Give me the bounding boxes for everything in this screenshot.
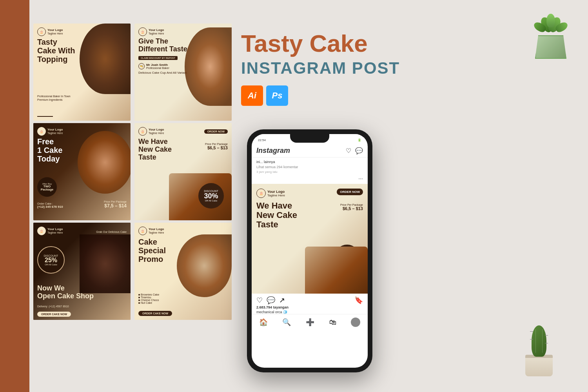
phone-notch <box>290 134 329 143</box>
nav-add-icon[interactable]: ➕ <box>306 318 314 327</box>
software-badges: Ai Ps <box>241 85 468 106</box>
instagram-header-icons: ♡ 💬 <box>346 147 363 154</box>
post1-tagline: Tagline Here <box>47 32 63 35</box>
phone-post-inner: 🎂 Your Logo Tagline Here ORDER NOW We Ha… <box>252 184 368 294</box>
instagram-logo: Instagram <box>256 147 290 155</box>
phone-post-title: We Have New Cake Taste <box>256 201 303 230</box>
post4-logo-name: Your Logo <box>149 128 164 132</box>
post4-title: We Have New Cake Taste <box>138 138 181 161</box>
post1-title: Tasty Cake With Topping <box>37 38 127 64</box>
plant-bottom-right <box>514 318 564 376</box>
post2-baker-icon: 👨‍🍳 <box>138 63 145 69</box>
phone-views: 2.683.794 tayangan <box>252 305 368 310</box>
post2-cta: CLAIM DISCOUNT BY REPOST <box>138 56 178 60</box>
ps-badge: Ps <box>266 85 288 106</box>
nav-profile-icon[interactable] <box>351 318 360 327</box>
nav-home-icon[interactable]: 🏠 <box>259 318 268 327</box>
cactus-pot <box>525 355 553 376</box>
comment-icon[interactable]: 💬 <box>267 296 275 305</box>
post4-logo-icon: 🎂 <box>138 127 147 136</box>
post5-tagline: Tagline Here <box>47 231 63 234</box>
plant-top-right <box>525 8 576 59</box>
post-card-6: 🎂 Your Logo Tagline Here Cake Special Pr… <box>134 223 232 320</box>
ig-comment-section: ini... lainnya Lihat semua 294 komentar … <box>252 158 368 184</box>
phone-time: 22:54 <box>258 138 266 142</box>
phone-post-card: 🎂 Your Logo Tagline Here ORDER NOW We Ha… <box>252 184 368 294</box>
phone-username: mechanical orca 🧊 <box>252 310 368 314</box>
phone-inner: 22:54 0,3K 🔋 Instagram ♡ 💬 ini... lainny… <box>252 134 368 368</box>
post3-logo-icon: 🎂 <box>37 127 46 136</box>
post3-bottom: After Buy TWO Package <box>37 177 57 197</box>
ig-more-options[interactable]: ··· <box>256 175 363 181</box>
phone-battery: 🔋 <box>358 138 361 142</box>
post4-price-area: Price Per Package $6,5 – $13 <box>205 143 228 150</box>
heart-icon[interactable]: ♡ <box>346 147 351 154</box>
post2-cake-img <box>185 27 232 106</box>
post3-package-badge: After Buy TWO Package <box>37 177 57 197</box>
post1-logo-name: Your Logo <box>47 28 63 32</box>
nav-shop-icon[interactable]: 🛍 <box>329 318 336 327</box>
post6-promo-list: Brownies Cake Tiramisu Cheese Choco Nut … <box>138 292 159 304</box>
post5-title: Now We Open Cake Shop <box>37 285 94 300</box>
phone-outer: 22:54 0,3K 🔋 Instagram ♡ 💬 ini... lainny… <box>247 129 372 372</box>
post5-logo-name: Your Logo <box>47 227 63 231</box>
like-icon[interactable]: ♡ <box>256 296 263 305</box>
post4-cta: ORDER NOW <box>204 129 228 134</box>
cactus-body <box>532 325 546 357</box>
ig-see-comments: Lihat semua 294 komentar <box>256 165 363 169</box>
post2-logo-name: Your Logo <box>149 28 164 32</box>
post-card-1: 🎂 Your Logo Tagline Here Tasty Cake With… <box>33 24 131 121</box>
post5-logo-icon: 🎂 <box>37 227 46 235</box>
post6-cake-img <box>177 234 232 297</box>
post6-header: 🎂 Your Logo Tagline Here <box>138 227 228 235</box>
post2-tagline: Tagline Here <box>149 32 164 35</box>
nav-search-icon[interactable]: 🔍 <box>282 318 291 327</box>
post5-discount-badge: DISCOUNT 25% Off All Cake <box>37 246 65 274</box>
left-sidebar <box>0 0 29 392</box>
ai-badge: Ai <box>241 85 263 106</box>
ig-comment-snippet: ini... lainnya <box>256 160 363 164</box>
post2-baker-name: Mr Joah Smith <box>146 63 169 67</box>
post5-grab-text: Grab Our Delicious Cake <box>96 230 127 233</box>
post3-order: Order Cake : (+12) 345 678 910 <box>37 202 63 209</box>
bookmark-action-icon[interactable]: 🔖 <box>354 296 363 305</box>
main-content: 🎂 Your Logo Tagline Here Tasty Cake With… <box>29 0 588 392</box>
phone-cake-image <box>305 247 368 294</box>
post-card-2: 🎂 Your Logo Tagline Here Give The Differ… <box>134 24 232 121</box>
post-card-4: 🎂 Your Logo Tagline Here ORDER NOW We Ha… <box>134 123 232 220</box>
phone-post-tagline: Tagline Here <box>267 194 285 197</box>
post6-logo-name: Your Logo <box>149 227 164 231</box>
phone-post-logo-name: Your Logo <box>267 190 285 194</box>
instagram-app-header: Instagram ♡ 💬 <box>252 144 368 158</box>
post3-title: Free 1 Cake Today <box>37 137 127 163</box>
ig-time-ago: 3 jam yang lalu <box>256 170 363 174</box>
main-title: Tasty Cake <box>241 31 468 56</box>
post3-logo-name: Your Logo <box>47 128 63 132</box>
post1-divider <box>37 116 53 117</box>
post1-details: Professional Baker In Town Premium Ingre… <box>37 94 71 101</box>
phone-bottom-nav: 🏠 🔍 ➕ 🛍 <box>252 314 368 330</box>
post5-delivery: Delivery: (+12) 4567 8910 <box>37 302 69 309</box>
post4-header: 🎂 Your Logo Tagline Here ORDER NOW <box>138 127 228 136</box>
post4-logo-area: 🎂 Your Logo Tagline Here <box>138 127 164 136</box>
sub-title: INSTAGRAM POST <box>241 59 468 78</box>
post-card-3: 🎂 Your Logo Tagline Here Free 1 Cake Tod… <box>33 123 131 220</box>
post5-cta-btn: ORDER CAKE NOW <box>37 310 71 317</box>
share-icon[interactable]: ↗ <box>279 296 285 305</box>
post6-tagline: Tagline Here <box>149 231 164 234</box>
phone-post-actions: ♡ 💬 ↗ 🔖 <box>252 294 368 305</box>
phone-post-logo-icon: 🎂 <box>256 189 266 198</box>
post4-discount-badge: DISCOUNT 30% Off All Cake <box>198 183 224 209</box>
post6-logo-icon: 🎂 <box>138 227 147 235</box>
phone-order-btn[interactable]: ORDER NOW <box>337 189 363 195</box>
message-icon[interactable]: 💬 <box>355 147 363 154</box>
post-card-5: 🎂 Your Logo Tagline Here Grab Our Delici… <box>33 223 131 320</box>
post3-price: Price Per Package $7,5 – $14 <box>104 200 127 209</box>
succulent-leaves <box>537 12 564 39</box>
post1-logo-icon: 🎂 <box>37 27 46 36</box>
phone-price-area: Price Per Package $6,5 – $13 <box>340 203 363 211</box>
posts-grid: 🎂 Your Logo Tagline Here Tasty Cake With… <box>33 24 233 320</box>
post2-baker-title: Professional Baker <box>146 67 169 69</box>
header-area: Tasty Cake INSTAGRAM POST Ai Ps <box>241 31 468 106</box>
post4-tagline: Tagline Here <box>149 132 164 135</box>
